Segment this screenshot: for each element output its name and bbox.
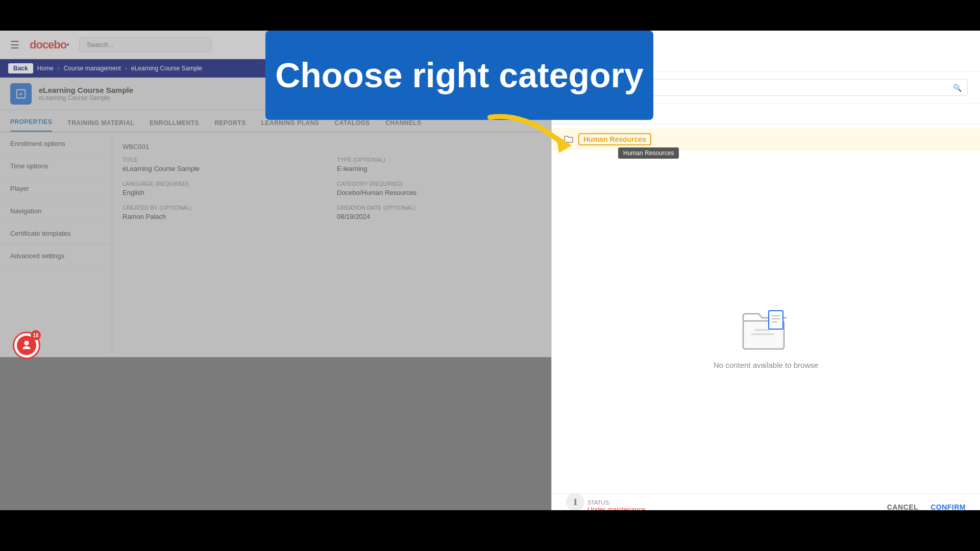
status-label: Status:: [587, 499, 645, 506]
svg-rect-3: [751, 333, 774, 335]
tab-channels[interactable]: CHANNELS: [385, 119, 422, 132]
tab-reports[interactable]: REPORTS: [214, 119, 246, 132]
breadcrumb-current: eLearning Course Sample: [131, 65, 202, 72]
breadcrumb-course-management[interactable]: Course management: [64, 65, 121, 72]
notification-badge[interactable]: 18: [13, 332, 40, 359]
category-list: Human Resources Human Resources: [552, 124, 980, 155]
breadcrumb-home[interactable]: Home: [37, 65, 54, 72]
black-bottom-bar: [0, 510, 980, 551]
tab-properties[interactable]: PROPERTIES: [10, 118, 52, 132]
title-label: Title: [122, 157, 327, 163]
empty-folder-icon: [741, 306, 792, 352]
banner-text: Choose right category: [275, 56, 644, 94]
course-icon: [10, 83, 32, 105]
sidebar-advanced-settings[interactable]: Advanced settings: [0, 245, 112, 267]
tab-learning-plans[interactable]: LEARNING PLANS: [261, 119, 320, 132]
svg-marker-8: [556, 135, 572, 153]
creation-date-label: Creation date (optional): [337, 205, 541, 211]
title-field: Title eLearning Course Sample: [122, 157, 327, 172]
sidebar-certificate-templates[interactable]: Certificate templates: [0, 222, 112, 245]
title-type-row: Title eLearning Course Sample Type (opti…: [122, 157, 541, 172]
breadcrumb-sep-1: ›: [58, 65, 60, 72]
status-info-icon: ℹ: [566, 493, 584, 511]
created-by-label: Created by (optional): [122, 205, 327, 211]
category-field: Category (required) Docebo/Human Resourc…: [337, 181, 541, 196]
category-value[interactable]: Docebo/Human Resources: [337, 189, 541, 196]
tab-catalogs[interactable]: CATALOGS: [334, 119, 370, 132]
breadcrumb-sep-2: ›: [125, 65, 127, 72]
course-code: WBC001: [122, 143, 541, 151]
category-label: Category (required): [337, 181, 541, 187]
created-date-row: Created by (optional) Ramon Palach Creat…: [122, 205, 541, 220]
language-value: English: [122, 189, 327, 196]
language-field: Language (required) English: [122, 181, 327, 196]
created-by-value: Ramon Palach: [122, 213, 327, 220]
type-value: E-learning: [337, 165, 541, 172]
course-title: eLearning Course Sample: [39, 86, 133, 94]
black-top-bar: [0, 0, 980, 31]
category-item-human-resources[interactable]: Human Resources Human Resources: [552, 128, 980, 151]
sidebar-player[interactable]: Player: [0, 178, 112, 200]
banner-overlay: Choose right category: [265, 31, 653, 120]
creation-date-field: Creation date (optional) 08/19/2024: [337, 205, 541, 220]
left-sidebar: Enrollment options Time options Player N…: [0, 133, 112, 357]
category-label-human-resources: Human Resources: [578, 133, 651, 145]
title-value: eLearning Course Sample: [122, 165, 327, 172]
back-button[interactable]: Back: [8, 63, 33, 73]
tab-enrollments[interactable]: ENROLLMENTS: [150, 119, 199, 132]
language-label: Language (required): [122, 181, 327, 187]
empty-content-text: No content available to browse: [714, 361, 818, 369]
sidebar-time-options[interactable]: Time options: [0, 155, 112, 178]
sidebar-enrollment-options[interactable]: Enrollment options: [0, 133, 112, 155]
notification-count: 18: [31, 330, 41, 340]
svg-rect-4: [769, 311, 783, 329]
category-tooltip: Human Resources: [618, 147, 679, 159]
main-content: WBC001 Title eLearning Course Sample Typ…: [112, 133, 551, 357]
sidebar-navigation[interactable]: Navigation: [0, 200, 112, 222]
creation-date-value: 08/19/2024: [337, 213, 541, 220]
search-icon: 🔍: [953, 84, 962, 92]
arrow-icon: [485, 102, 587, 163]
app-logo: docebo·: [30, 38, 69, 52]
course-subtitle: eLearning Course Sample: [39, 94, 133, 102]
search-input[interactable]: [79, 37, 212, 52]
svg-rect-2: [755, 329, 770, 331]
arrow-container: [485, 102, 587, 165]
tab-training-material[interactable]: TRAINING MATERIAL: [67, 119, 134, 132]
empty-content-area: No content available to browse: [552, 155, 980, 520]
info-icon: ℹ: [574, 497, 577, 507]
language-category-row: Language (required) English Category (re…: [122, 181, 541, 196]
course-info: eLearning Course Sample eLearning Course…: [39, 86, 133, 102]
menu-icon[interactable]: ☰: [10, 39, 19, 51]
created-by-field: Created by (optional) Ramon Palach: [122, 205, 327, 220]
